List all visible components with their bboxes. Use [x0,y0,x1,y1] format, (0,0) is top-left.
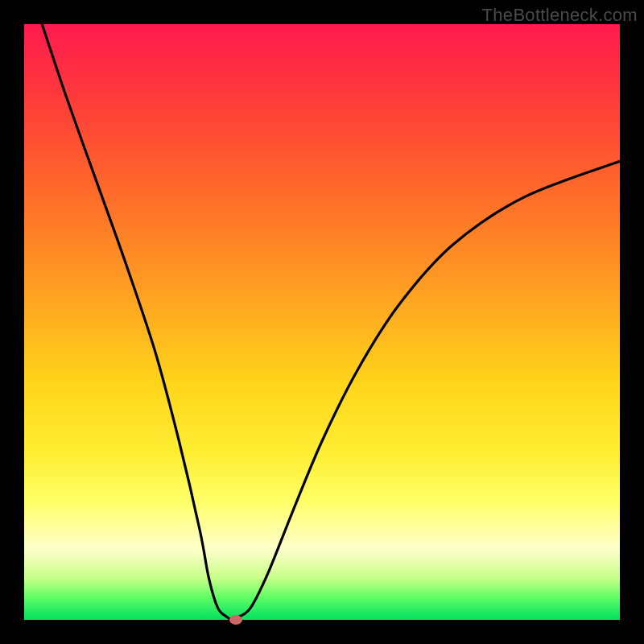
watermark-text: TheBottleneck.com [482,5,638,26]
optimal-point-marker [229,615,242,625]
bottleneck-curve-path [42,24,620,620]
chart-curve-svg [24,24,620,620]
chart-plot-area [24,24,620,620]
